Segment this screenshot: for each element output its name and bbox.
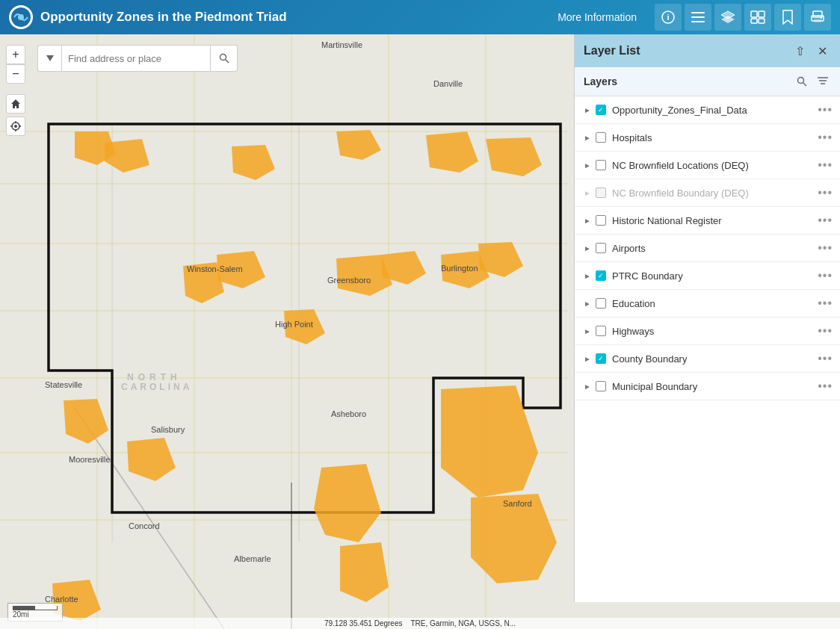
layer-name-education: Education — [612, 298, 818, 309]
search-dropdown-button[interactable] — [37, 45, 61, 72]
app-logo — [9, 5, 33, 29]
layer-item-highways[interactable]: ►Highways••• — [575, 317, 840, 345]
layer-name-municipal: Municipal Boundary — [612, 381, 818, 392]
layer-checkbox-historic[interactable] — [596, 215, 606, 226]
layer-name-airports: Airports — [612, 243, 818, 254]
layer-name-hospitals: Hospitals — [612, 132, 818, 143]
layer-options-historic[interactable]: ••• — [818, 214, 833, 227]
layer-expand-opportunity[interactable]: ► — [582, 105, 593, 115]
home-button[interactable] — [6, 94, 25, 114]
svg-rect-6 — [691, 21, 705, 22]
layer-panel: Layer List ⇧ ✕ Layers ►Opportunity_Zones… — [574, 34, 840, 602]
layer-name-highways: Highways — [612, 326, 818, 337]
svg-rect-5 — [691, 16, 705, 18]
layer-options-nc_brownfield_bound[interactable]: ••• — [818, 186, 833, 199]
layer-search-button[interactable] — [794, 73, 810, 90]
layer-panel-header: Layer List ⇧ ✕ — [575, 34, 840, 67]
layer-name-nc_brownfield_bound: NC Brownfield Boundary (DEQ) — [612, 188, 818, 199]
layer-options-highways[interactable]: ••• — [818, 324, 833, 338]
attribution-source: TRE, Garmin, NGA, USGS, N... — [410, 619, 516, 628]
layer-item-education[interactable]: ►Education••• — [575, 290, 840, 317]
layer-expand-airports[interactable]: ► — [582, 243, 593, 253]
location-button[interactable] — [6, 117, 25, 136]
list-button[interactable] — [685, 4, 711, 31]
layer-checkbox-county[interactable] — [596, 353, 606, 364]
layers-label: Layers — [584, 75, 617, 87]
layer-checkbox-nc_brownfield_loc[interactable] — [596, 160, 606, 170]
layer-list: ►Opportunity_Zones_Final_Data•••►Hospita… — [575, 96, 840, 602]
layer-checkbox-airports[interactable] — [596, 243, 606, 253]
search-button[interactable] — [211, 45, 238, 72]
svg-point-57 — [14, 125, 17, 128]
layer-options-education[interactable]: ••• — [818, 297, 833, 310]
svg-point-17 — [821, 17, 822, 19]
zoom-out-button[interactable]: − — [6, 64, 25, 84]
layer-item-ptrc[interactable]: ►PTRC Boundary••• — [575, 262, 840, 290]
basemap-button[interactable] — [744, 4, 771, 31]
layer-expand-nc_brownfield_bound[interactable]: ► — [582, 188, 593, 198]
layer-options-county[interactable]: ••• — [818, 352, 833, 365]
layer-checkbox-highways[interactable] — [596, 326, 606, 336]
layer-item-nc_brownfield_bound[interactable]: ►NC Brownfield Boundary (DEQ)••• — [575, 179, 840, 207]
panel-expand-button[interactable]: ⇧ — [791, 42, 809, 60]
more-info-link[interactable]: More Information — [558, 11, 637, 23]
svg-line-65 — [803, 83, 807, 87]
svg-rect-4 — [691, 12, 705, 13]
layer-name-historic: Historic National Register — [612, 215, 818, 226]
layer-name-nc_brownfield_loc: NC Brownfield Locations (DEQ) — [612, 160, 818, 171]
layer-panel-subheader: Layers — [575, 67, 840, 96]
layer-checkbox-hospitals[interactable] — [596, 132, 606, 143]
layer-item-hospitals[interactable]: ►Hospitals••• — [575, 124, 840, 152]
zoom-in-button[interactable]: + — [6, 45, 25, 64]
zoom-controls: + − — [6, 45, 25, 84]
layer-options-airports[interactable]: ••• — [818, 241, 833, 255]
svg-rect-14 — [813, 11, 822, 17]
layer-expand-highways[interactable]: ► — [582, 326, 593, 336]
layer-checkbox-education[interactable] — [596, 298, 606, 309]
layers-button[interactable] — [714, 4, 741, 31]
panel-close-button[interactable]: ✕ — [813, 42, 831, 60]
layer-checkbox-opportunity[interactable] — [596, 105, 606, 115]
svg-rect-11 — [759, 11, 765, 17]
layer-checkbox-municipal[interactable] — [596, 381, 606, 391]
layer-options-opportunity[interactable]: ••• — [818, 103, 833, 117]
layer-options-hospitals[interactable]: ••• — [818, 131, 833, 144]
map-container[interactable]: Martinsville Danville Winston-Salem Gree… — [0, 34, 840, 629]
layer-panel-controls: ⇧ ✕ — [791, 42, 831, 60]
layer-checkbox-ptrc[interactable] — [596, 270, 606, 281]
print-button[interactable] — [804, 4, 831, 31]
svg-point-1 — [18, 14, 24, 20]
layer-filter-button[interactable] — [815, 73, 831, 90]
bookmark-button[interactable] — [774, 4, 801, 31]
svg-point-64 — [798, 78, 804, 84]
search-bar — [37, 45, 238, 72]
layer-item-nc_brownfield_loc[interactable]: ►NC Brownfield Locations (DEQ)••• — [575, 152, 840, 179]
layer-expand-county[interactable]: ► — [582, 353, 593, 364]
svg-rect-12 — [751, 19, 757, 23]
layer-item-historic[interactable]: ►Historic National Register••• — [575, 207, 840, 235]
layer-panel-title: Layer List — [584, 44, 640, 58]
app-title: Opportunity Zones in the Piedmont Triad — [40, 10, 558, 25]
layer-item-county[interactable]: ►County Boundary••• — [575, 345, 840, 373]
layer-item-airports[interactable]: ►Airports••• — [575, 235, 840, 262]
layer-item-municipal[interactable]: ►Municipal Boundary••• — [575, 373, 840, 400]
layer-name-opportunity: Opportunity_Zones_Final_Data — [612, 105, 818, 116]
layer-checkbox-nc_brownfield_bound[interactable] — [596, 188, 606, 198]
layer-expand-historic[interactable]: ► — [582, 215, 593, 226]
layer-options-ptrc[interactable]: ••• — [818, 269, 833, 282]
layer-options-nc_brownfield_loc[interactable]: ••• — [818, 158, 833, 172]
layer-expand-municipal[interactable]: ► — [582, 381, 593, 391]
layer-expand-hospitals[interactable]: ► — [582, 132, 593, 143]
layer-expand-education[interactable]: ► — [582, 298, 593, 309]
svg-line-63 — [225, 60, 229, 63]
side-nav — [6, 94, 25, 136]
layer-options-municipal[interactable]: ••• — [818, 379, 833, 393]
search-input[interactable] — [61, 45, 211, 72]
svg-marker-8 — [721, 16, 735, 23]
layer-item-opportunity[interactable]: ►Opportunity_Zones_Final_Data••• — [575, 96, 840, 124]
layer-expand-ptrc[interactable]: ► — [582, 270, 593, 281]
layer-search-filter — [794, 73, 831, 90]
svg-point-62 — [220, 55, 226, 61]
layer-expand-nc_brownfield_loc[interactable]: ► — [582, 160, 593, 170]
info-button[interactable]: i — [655, 4, 682, 31]
